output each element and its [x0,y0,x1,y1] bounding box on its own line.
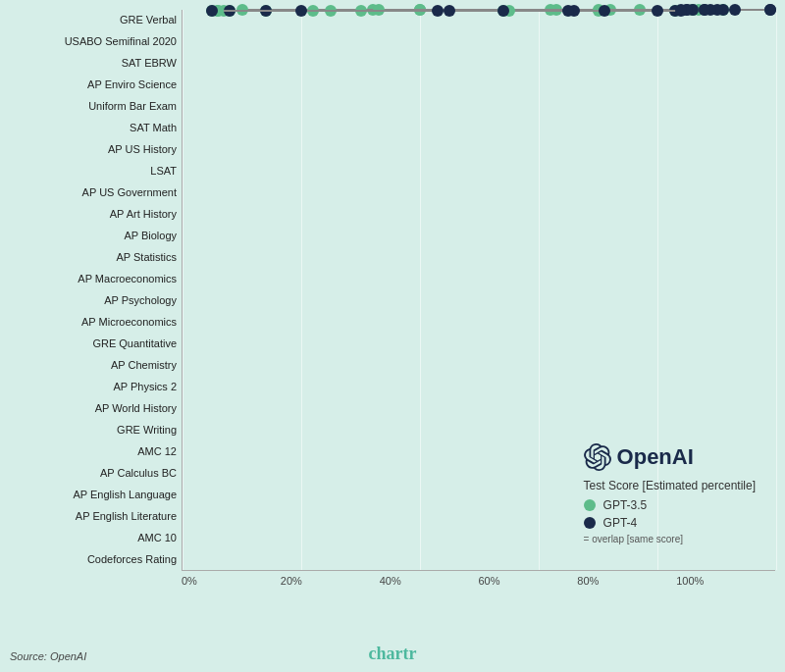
legend-label-gpt35: GPT-3.5 [603,498,648,512]
y-label-10: AP Biology [10,226,177,247]
connector-18 [509,10,569,12]
y-label-14: AP Microeconomics [10,312,177,334]
legend-box: OpenAI Test Score [Estimated percentile]… [584,443,756,544]
y-label-3: AP Enviro Science [10,75,177,96]
x-label-1: 20% [281,575,380,587]
chartr-label: chartr [369,644,417,664]
x-axis-labels: 0%20%40%60%80%100% [182,571,775,587]
y-label-11: AP Statistics [10,247,177,269]
y-label-8: AP US Government [10,182,177,204]
legend-item-gpt4: GPT-4 [584,516,756,530]
x-label-5: 100% [676,575,775,587]
gridline-20 [301,10,302,570]
y-label-7: LSAT [10,161,177,182]
x-label-4: 80% [577,575,676,587]
dot-gpt4-8 [699,4,710,16]
dot-gpt4-14 [675,5,687,17]
y-label-18: AP World History [10,398,177,420]
y-label-6: AP US History [10,139,177,161]
dot-gpt4-1 [764,4,776,16]
openai-icon [584,443,611,471]
dot-gpt4-20 [444,5,455,17]
gridline-40 [420,10,421,570]
y-label-23: AP English Literature [10,506,177,528]
source-label: Source: OpenAI [10,650,86,662]
x-label-3: 60% [478,575,577,587]
dot-gpt4-21 [432,5,444,17]
dot-gpt4-15 [652,5,663,17]
overlap-note: = overlap [same score] [584,534,756,544]
legend-label-gpt4: GPT-4 [603,516,638,530]
y-label-2: SAT EBRW [10,53,177,75]
y-label-17: AP Physics 2 [10,377,177,398]
y-label-24: AMC 10 [10,528,177,549]
y-label-20: AMC 12 [10,441,177,463]
legend-title: Test Score [Estimated percentile] [584,479,756,492]
y-label-22: AP English Language [10,485,177,506]
y-label-12: AP Macroeconomics [10,269,177,290]
y-label-13: AP Psychology [10,290,177,312]
y-label-15: GRE Quantitative [10,334,177,355]
x-label-2: 40% [380,575,479,587]
x-label-0: 0% [182,575,281,587]
dot-gpt4-25 [206,5,218,17]
y-label-25: Codeforces Rating [10,549,177,571]
dot-gpt4-18 [562,5,574,17]
dot-gpt4-16 [599,5,610,17]
gridline-100 [776,10,777,570]
y-label-5: SAT Math [10,118,177,139]
gridline-60 [539,10,540,570]
y-label-21: AP Calculus BC [10,463,177,485]
gridline-0 [183,10,183,570]
legend-dot-gpt35 [584,499,596,511]
y-label-1: USABO Semifinal 2020 [10,31,177,53]
y-label-9: AP Art History [10,204,177,226]
y-label-0: GRE Verbal [10,10,177,31]
y-labels: GRE VerbalUSABO Semifinal 2020SAT EBRWAP… [10,10,182,571]
legend-item-gpt35: GPT-3.5 [584,498,756,512]
openai-logo: OpenAI [584,443,756,471]
y-label-19: GRE Writing [10,420,177,441]
y-label-4: Uniform Bar Exam [10,96,177,118]
connector-24 [218,10,301,12]
chart-container: GRE VerbalUSABO Semifinal 2020SAT EBRWAP… [0,0,785,672]
dot-gpt4-24 [295,5,307,17]
openai-text: OpenAI [617,444,694,470]
dot-gpt4-2 [729,4,741,16]
dot-gpt4-19 [497,5,509,17]
legend-dot-gpt4 [584,517,596,529]
y-label-16: AP Chemistry [10,355,177,377]
